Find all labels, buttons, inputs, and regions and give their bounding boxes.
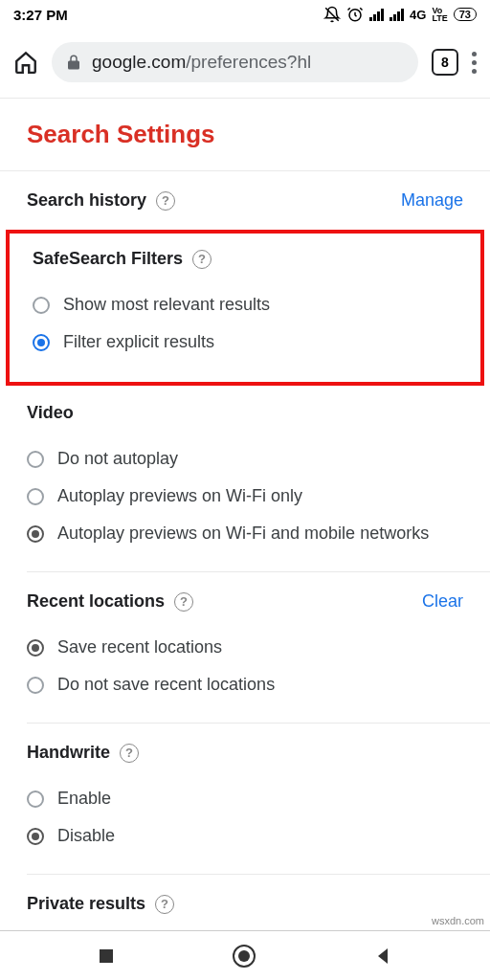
browser-toolbar: google.com/preferences?hl 8: [0, 29, 490, 98]
manage-link[interactable]: Manage: [401, 190, 463, 211]
radio-handwrite-enable[interactable]: Enable: [27, 780, 463, 817]
radio-label: Autoplay previews on Wi-Fi only: [57, 486, 302, 506]
url-text: google.com/preferences?hl: [92, 52, 311, 73]
volte-icon: VoLTE: [432, 7, 447, 22]
status-icons: 4G VoLTE 73: [323, 6, 477, 23]
net-label: 4G: [410, 8, 426, 22]
alarm-icon: [346, 6, 364, 23]
battery-icon: 73: [454, 8, 477, 21]
help-icon[interactable]: ?: [192, 250, 212, 269]
radio-handwrite-disable[interactable]: Disable: [27, 817, 463, 855]
back-icon[interactable]: [372, 946, 393, 967]
radio-label: Do not autoplay: [57, 449, 178, 469]
home-button-icon[interactable]: [232, 944, 256, 969]
radio-filter-explicit[interactable]: Filter explicit results: [33, 323, 457, 361]
section-private-results: Private results ?: [0, 875, 490, 914]
section-video: Video Do not autoplay Autoplay previews …: [0, 397, 490, 571]
private-results-label: Private results: [27, 894, 145, 914]
signal-1-icon: [369, 9, 384, 21]
help-icon[interactable]: ?: [155, 895, 174, 914]
page-title: Search Settings: [0, 99, 490, 170]
radio-no-autoplay[interactable]: Do not autoplay: [27, 440, 463, 478]
url-bar[interactable]: google.com/preferences?hl: [52, 42, 418, 82]
recent-apps-icon[interactable]: [97, 947, 116, 966]
radio-label: Do not save recent locations: [57, 675, 275, 695]
safesearch-label: SafeSearch Filters: [33, 249, 183, 269]
section-handwrite: Handwrite ? Enable Disable: [0, 724, 490, 874]
status-bar: 3:27 PM 4G VoLTE 73: [0, 0, 490, 29]
menu-icon[interactable]: [472, 52, 477, 74]
radio-show-relevant[interactable]: Show most relevant results: [33, 286, 457, 323]
help-icon[interactable]: ?: [174, 592, 193, 612]
radio-label: Autoplay previews on Wi-Fi and mobile ne…: [57, 523, 429, 544]
radio-label: Show most relevant results: [63, 295, 270, 315]
svg-point-4: [238, 950, 250, 962]
clear-link[interactable]: Clear: [422, 591, 463, 612]
section-recent-locations: Recent locations ? Clear Save recent loc…: [0, 572, 490, 723]
radio-label: Save recent locations: [57, 637, 222, 657]
section-search-history: Search history ? Manage: [0, 171, 490, 230]
signal-2-icon: [390, 9, 404, 21]
help-icon[interactable]: ?: [120, 744, 139, 763]
video-label: Video: [27, 403, 74, 423]
radio-label: Enable: [57, 789, 111, 809]
svg-rect-2: [100, 949, 113, 963]
radio-autoplay-wifi[interactable]: Autoplay previews on Wi-Fi only: [27, 478, 463, 515]
tab-switcher[interactable]: 8: [432, 49, 458, 76]
radio-autoplay-all[interactable]: Autoplay previews on Wi-Fi and mobile ne…: [27, 515, 463, 552]
dnd-icon: [323, 6, 341, 23]
recent-locations-label: Recent locations: [27, 591, 165, 612]
radio-no-save-locations[interactable]: Do not save recent locations: [27, 666, 463, 703]
safesearch-highlight: SafeSearch Filters ? Show most relevant …: [6, 230, 484, 386]
radio-label: Disable: [57, 826, 115, 846]
radio-save-locations[interactable]: Save recent locations: [27, 629, 463, 666]
home-icon[interactable]: [13, 50, 38, 75]
search-history-label: Search history: [27, 190, 146, 211]
handwrite-label: Handwrite: [27, 743, 110, 763]
help-icon[interactable]: ?: [156, 191, 175, 211]
radio-label: Filter explicit results: [63, 332, 214, 352]
android-navbar: [0, 930, 490, 980]
watermark: wsxdn.com: [432, 915, 484, 926]
clock: 3:27 PM: [13, 7, 68, 23]
lock-icon: [65, 54, 82, 71]
